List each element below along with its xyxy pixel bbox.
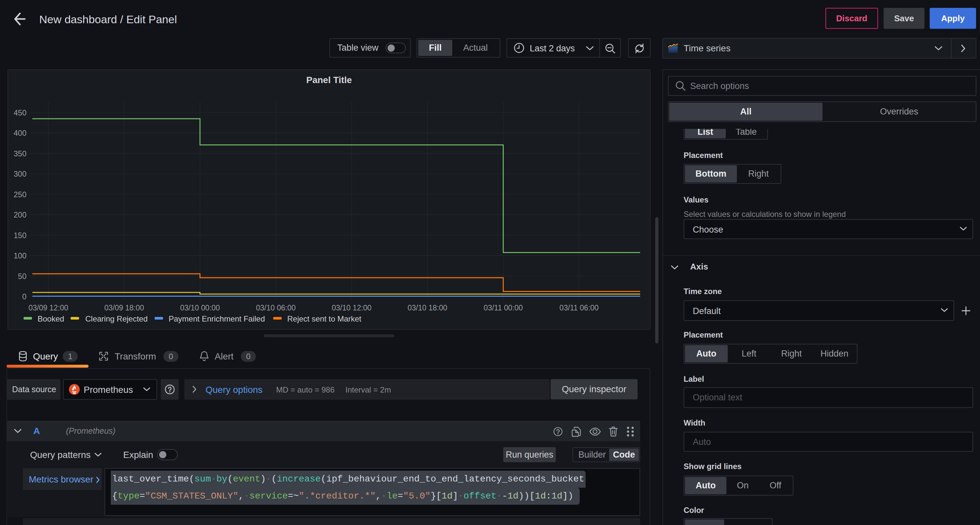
svg-text:03/09 12:00: 03/09 12:00: [29, 303, 68, 312]
svg-text:0: 0: [22, 292, 27, 301]
svg-text:03/11 00:00: 03/11 00:00: [484, 303, 523, 312]
svg-text:03/10 12:00: 03/10 12:00: [332, 303, 372, 312]
svg-text:03/11 06:00: 03/11 06:00: [560, 303, 599, 312]
svg-text:200: 200: [14, 211, 27, 219]
svg-text:50: 50: [18, 272, 27, 281]
svg-text:100: 100: [14, 252, 27, 260]
svg-text:250: 250: [14, 190, 27, 199]
svg-text:03/10 18:00: 03/10 18:00: [407, 303, 447, 312]
svg-text:350: 350: [14, 150, 27, 158]
svg-text:03/10 00:00: 03/10 00:00: [180, 303, 220, 312]
svg-text:400: 400: [14, 129, 27, 137]
svg-text:450: 450: [14, 109, 27, 117]
svg-text:300: 300: [14, 170, 27, 178]
svg-text:03/10 06:00: 03/10 06:00: [256, 303, 296, 312]
svg-text:150: 150: [14, 231, 27, 240]
svg-text:03/09 18:00: 03/09 18:00: [104, 303, 144, 312]
